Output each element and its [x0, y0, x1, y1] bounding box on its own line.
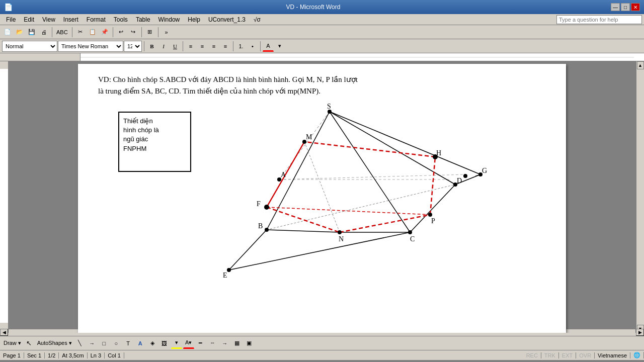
ovr-indicator: OVR — [576, 352, 595, 358]
menu-window[interactable]: Window — [154, 15, 184, 24]
svg-point-37 — [227, 268, 231, 272]
open-button[interactable]: 📂 — [14, 27, 25, 38]
ruler: // Draw tick marks via JS after load — [0, 53, 644, 61]
print-button[interactable]: 🖨 — [38, 27, 49, 38]
font-size-select[interactable]: 12 — [124, 41, 142, 52]
problem-text: VD: Cho hình chóp S.ABCD với đáy ABCD là… — [98, 74, 546, 97]
highlight-button[interactable]: ▾ — [274, 41, 285, 52]
menu-insert[interactable]: Insert — [59, 15, 83, 24]
right-scrollbar[interactable]: ▲ ▼ — [636, 61, 644, 333]
svg-line-14 — [267, 230, 340, 232]
justify-button[interactable]: ≡ — [220, 41, 231, 52]
3d-button[interactable]: ▣ — [244, 338, 255, 349]
svg-text:F: F — [257, 200, 261, 208]
svg-line-10 — [330, 112, 455, 185]
align-left-button[interactable]: ≡ — [185, 41, 196, 52]
svg-text:E: E — [223, 272, 227, 279]
svg-line-24 — [267, 207, 430, 215]
align-right-button[interactable]: ≡ — [208, 41, 219, 52]
menu-file[interactable]: File — [2, 15, 20, 24]
page-indicator: Page 1 — [0, 352, 24, 358]
numbering-button[interactable]: 1. — [235, 41, 247, 52]
align-center-button[interactable]: ≡ — [197, 41, 208, 52]
menu-math[interactable]: √σ — [250, 15, 265, 24]
geometry-diagram: Thiết diện hình chóp là ngũ giác FNPHM — [118, 102, 496, 313]
menu-bar: File Edit View Insert Format Tools Table… — [0, 14, 644, 25]
save-button[interactable]: 💾 — [26, 27, 37, 38]
new-button[interactable]: 📄 — [2, 27, 13, 38]
sec-indicator: Sec 1 — [24, 352, 45, 358]
col-indicator: Col 1 — [105, 352, 124, 358]
help-search-input[interactable] — [556, 15, 642, 24]
svg-line-7 — [267, 185, 455, 230]
fill-color-button[interactable]: ▾ — [171, 338, 182, 349]
svg-text:P: P — [431, 217, 435, 225]
underline-button[interactable]: U — [170, 41, 181, 52]
svg-text:H: H — [436, 149, 441, 157]
left-ruler — [0, 61, 8, 333]
color-button[interactable]: A — [263, 41, 274, 52]
undo-button[interactable]: ↩ — [116, 27, 127, 38]
minimize-button[interactable]: — — [611, 3, 620, 11]
clipart-button[interactable]: 🖼 — [159, 338, 170, 349]
copy-button[interactable]: 📋 — [87, 27, 98, 38]
rect-button[interactable]: □ — [99, 338, 110, 349]
svg-text:M: M — [306, 133, 312, 141]
font-select[interactable]: Times New Roman — [58, 41, 123, 52]
title-text: VD - Microsoft Word — [16, 4, 611, 11]
wordart-button[interactable]: A — [135, 338, 146, 349]
svg-point-31 — [408, 230, 412, 234]
close-button[interactable]: ✕ — [631, 3, 640, 11]
textbox-button[interactable]: T — [123, 338, 134, 349]
redo-button[interactable]: ↪ — [128, 27, 139, 38]
italic-button[interactable]: I — [158, 41, 169, 52]
linestyle-button[interactable]: ━ — [195, 338, 206, 349]
svg-text:G: G — [482, 167, 487, 174]
spell-button[interactable]: ABC — [55, 27, 69, 38]
shadow-button[interactable]: ▦ — [231, 338, 243, 349]
geometry-svg: S M A B N C D H G P F E — [184, 102, 511, 303]
svg-line-6 — [279, 112, 330, 179]
svg-line-20 — [340, 215, 430, 232]
diagram-button[interactable]: ◈ — [147, 338, 158, 349]
maximize-button[interactable]: □ — [621, 3, 630, 11]
trk-indicator: TRK — [541, 352, 559, 358]
autoshapes-button[interactable]: AutoShapes ▾ — [36, 338, 73, 349]
menu-table[interactable]: Table — [132, 15, 154, 24]
main-area: VD: Cho hình chóp S.ABCD với đáy ABCD là… — [0, 61, 644, 328]
table-button[interactable]: ⊞ — [144, 27, 155, 38]
window-controls[interactable]: — □ ✕ — [611, 3, 640, 11]
draw-button[interactable]: Draw ▾ — [2, 338, 23, 349]
svg-point-36 — [264, 205, 269, 210]
menu-format[interactable]: Format — [83, 15, 110, 24]
menu-view[interactable]: View — [38, 15, 59, 24]
svg-line-22 — [304, 142, 435, 157]
cut-button[interactable]: ✂ — [75, 27, 86, 38]
svg-line-8 — [267, 112, 330, 230]
dash-button[interactable]: ╌ — [207, 338, 218, 349]
toolbar-format: Normal Times New Roman 12 B I U ≡ ≡ ≡ ≡ … — [0, 39, 644, 53]
menu-edit[interactable]: Edit — [20, 15, 38, 24]
select-button[interactable]: ↖ — [24, 338, 35, 349]
paste-button[interactable]: 📌 — [99, 27, 110, 38]
line-button[interactable]: ╲ — [74, 338, 86, 349]
arrowstyle-button[interactable]: → — [219, 338, 230, 349]
menu-uconvert[interactable]: UConvert_1.3 — [204, 15, 250, 24]
oval-button[interactable]: ○ — [111, 338, 122, 349]
menu-help[interactable]: Help — [184, 15, 204, 24]
menu-tools[interactable]: Tools — [110, 15, 132, 24]
svg-point-38 — [463, 174, 467, 178]
style-select[interactable]: Normal — [2, 41, 57, 52]
svg-text:A: A — [281, 171, 286, 178]
font-color-button[interactable]: A▾ — [183, 338, 194, 349]
bold-button[interactable]: B — [146, 41, 157, 52]
lang-indicator: Vietnamese — [595, 352, 630, 358]
svg-point-26 — [328, 110, 332, 114]
bullets-button[interactable]: • — [247, 41, 258, 52]
pages-indicator: 1/2 — [45, 352, 59, 358]
more-button[interactable]: » — [161, 27, 172, 38]
solution-box: Thiết diện hình chóp là ngũ giác FNPHM — [118, 112, 191, 172]
arrow-button[interactable]: → — [87, 338, 98, 349]
lang-button[interactable]: 🌐 — [630, 352, 644, 358]
svg-text:S: S — [327, 103, 331, 110]
